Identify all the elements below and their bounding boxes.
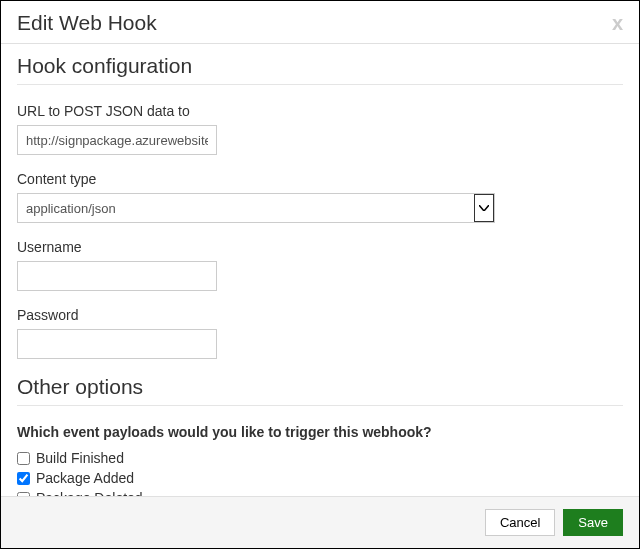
content-type-label: Content type [17,171,623,187]
modal-footer: Cancel Save [1,496,639,548]
password-label: Password [17,307,623,323]
divider [17,405,623,406]
modal-body[interactable]: Hook configuration URL to POST JSON data… [1,44,639,496]
url-label: URL to POST JSON data to [17,103,623,119]
event-build-finished-checkbox[interactable] [17,452,30,465]
close-button[interactable]: x [612,13,623,33]
url-input[interactable] [17,125,217,155]
other-options-heading: Other options [17,375,623,399]
event-question: Which event payloads would you like to t… [17,424,623,440]
content-type-select[interactable] [17,193,495,223]
hook-config-heading: Hook configuration [17,54,623,78]
cancel-button[interactable]: Cancel [485,509,555,536]
edit-webhook-modal: Edit Web Hook x Hook configuration URL t… [1,1,639,548]
content-type-select-wrap [17,193,495,223]
event-label: Package Added [36,470,134,486]
event-label: Build Finished [36,450,124,466]
event-build-finished-row: Build Finished [17,450,623,466]
event-package-added-row: Package Added [17,470,623,486]
event-package-added-checkbox[interactable] [17,472,30,485]
modal-title: Edit Web Hook [17,11,157,35]
password-input[interactable] [17,329,217,359]
save-button[interactable]: Save [563,509,623,536]
modal-header: Edit Web Hook x [1,1,639,44]
username-input[interactable] [17,261,217,291]
divider [17,84,623,85]
username-label: Username [17,239,623,255]
